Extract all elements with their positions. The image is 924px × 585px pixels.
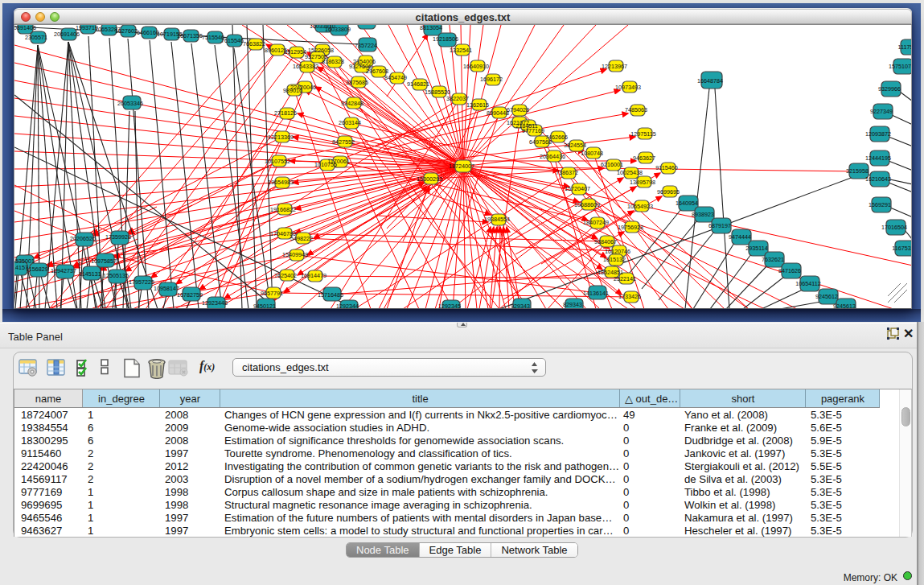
svg-text:10973493: 10973493 xyxy=(615,84,641,91)
svg-text:1167533: 1167533 xyxy=(892,245,912,252)
svg-text:10958147: 10958147 xyxy=(154,285,179,292)
svg-text:2305571: 2305571 xyxy=(25,34,47,41)
svg-text:1527602: 1527602 xyxy=(115,27,138,35)
svg-text:16671355: 16671355 xyxy=(177,32,203,39)
svg-text:7386372: 7386372 xyxy=(556,169,578,176)
svg-text:19654983: 19654983 xyxy=(268,179,294,186)
svg-text:10654112: 10654112 xyxy=(795,280,820,287)
svg-text:9227349: 9227349 xyxy=(870,108,893,115)
svg-text:1569291: 1569291 xyxy=(869,201,891,208)
svg-text:1145131: 1145131 xyxy=(79,270,101,278)
svg-text:16033809: 16033809 xyxy=(325,26,351,33)
svg-text:15751074: 15751074 xyxy=(889,63,912,70)
svg-text:1640954: 1640954 xyxy=(676,200,698,207)
svg-text:6216001: 6216001 xyxy=(601,161,623,168)
svg-text:10688609: 10688609 xyxy=(574,201,600,208)
svg-text:1010755: 1010755 xyxy=(314,161,337,168)
svg-text:9245612: 9245612 xyxy=(815,293,838,300)
svg-text:2718126: 2718126 xyxy=(274,109,297,117)
svg-text:1332541: 1332541 xyxy=(450,47,472,54)
svg-text:8454749: 8454749 xyxy=(384,74,407,81)
svg-text:16210643: 16210643 xyxy=(865,175,891,183)
svg-text:1292344: 1292344 xyxy=(336,303,359,309)
svg-text:16640910: 16640910 xyxy=(463,63,489,70)
svg-text:9657791: 9657791 xyxy=(261,290,283,297)
svg-text:12505135: 12505135 xyxy=(103,272,129,279)
svg-text:7663822: 7663822 xyxy=(243,40,265,47)
svg-text:20891406: 20891406 xyxy=(14,25,36,31)
svg-text:8813055: 8813055 xyxy=(354,25,376,27)
svg-text:13495798: 13495798 xyxy=(630,179,655,186)
svg-text:9146821: 9146821 xyxy=(407,80,429,88)
svg-text:12444195: 12444195 xyxy=(865,154,891,162)
svg-text:16914479: 16914479 xyxy=(301,272,326,279)
svg-text:17016504: 17016504 xyxy=(881,224,907,231)
svg-text:16648784: 16648784 xyxy=(697,77,723,84)
svg-text:12942737: 12942737 xyxy=(51,267,76,274)
svg-text:15300293: 15300293 xyxy=(417,175,442,183)
svg-text:3215958: 3215958 xyxy=(846,167,869,175)
svg-text:2522141: 2522141 xyxy=(614,275,636,282)
svg-text:8990448: 8990448 xyxy=(487,109,509,117)
svg-text:9384067: 9384067 xyxy=(594,238,617,245)
svg-text:12213967: 12213967 xyxy=(602,63,627,70)
svg-text:6794028: 6794028 xyxy=(507,106,529,113)
svg-text:16120746: 16120746 xyxy=(605,248,630,255)
svg-text:10025438: 10025438 xyxy=(617,169,643,176)
svg-text:12923448: 12923448 xyxy=(202,299,228,307)
svg-text:19384554: 19384554 xyxy=(484,216,510,223)
svg-text:9699695: 9699695 xyxy=(657,188,680,196)
svg-text:9115460: 9115460 xyxy=(655,164,677,171)
svg-text:1733426: 1733426 xyxy=(618,293,641,300)
svg-text:2603144: 2603144 xyxy=(339,119,361,126)
svg-text:9245613: 9245613 xyxy=(833,303,856,309)
svg-text:7625402: 7625402 xyxy=(274,272,297,279)
svg-text:7615546: 7615546 xyxy=(221,37,244,44)
svg-text:16782759: 16782759 xyxy=(177,291,203,299)
svg-text:17359928: 17359928 xyxy=(105,233,131,241)
svg-text:9474444: 9474444 xyxy=(729,233,751,241)
svg-text:1615132: 1615132 xyxy=(603,256,626,263)
svg-text:18724007: 18724007 xyxy=(449,163,474,170)
svg-text:929343: 929343 xyxy=(511,303,530,309)
svg-text:9242848: 9242848 xyxy=(341,100,363,107)
svg-text:7462666: 7462666 xyxy=(545,134,568,141)
svg-text:3822037: 3822037 xyxy=(446,95,469,102)
svg-text:8912954: 8912954 xyxy=(284,48,306,56)
svg-text:9463627: 9463627 xyxy=(633,154,655,162)
svg-text:8427552: 8427552 xyxy=(332,138,355,146)
svg-text:15720407: 15720407 xyxy=(565,185,590,192)
svg-text:1117530: 1117530 xyxy=(898,43,912,51)
svg-text:20206526: 20206526 xyxy=(70,235,96,242)
svg-text:14136141: 14136141 xyxy=(583,290,609,297)
svg-text:2935114: 2935114 xyxy=(745,245,767,252)
svg-text:15716485: 15716485 xyxy=(318,291,343,299)
svg-text:1696172: 1696172 xyxy=(480,76,503,83)
svg-text:1362615: 1362615 xyxy=(466,101,489,109)
svg-text:20691406: 20691406 xyxy=(54,31,80,38)
svg-text:7485063: 7485063 xyxy=(625,106,647,113)
svg-text:1156829: 1156829 xyxy=(26,266,47,273)
svg-text:3875685: 3875685 xyxy=(346,79,368,86)
svg-text:12093872: 12093872 xyxy=(865,130,891,138)
svg-text:8471626: 8471626 xyxy=(778,267,801,274)
svg-text:7357224: 7357224 xyxy=(355,42,377,49)
svg-text:989016: 989016 xyxy=(283,87,302,94)
svg-text:12213369: 12213369 xyxy=(268,134,294,141)
svg-text:9450121: 9450121 xyxy=(253,303,276,309)
svg-text:8813054: 8813054 xyxy=(420,25,442,31)
svg-text:1292345: 1292345 xyxy=(438,303,461,309)
svg-text:15409948: 15409948 xyxy=(282,251,308,258)
svg-text:2154006: 2154006 xyxy=(353,58,376,65)
svg-text:10654923: 10654923 xyxy=(627,203,653,210)
svg-text:20364436: 20364436 xyxy=(540,153,565,160)
svg-text:8938923: 8938923 xyxy=(692,211,714,218)
svg-text:7632621: 7632621 xyxy=(762,256,784,263)
svg-text:9777169: 9777169 xyxy=(522,127,544,134)
svg-text:18407249: 18407249 xyxy=(583,219,609,226)
svg-text:6879197: 6879197 xyxy=(708,222,731,229)
svg-text:10107552: 10107552 xyxy=(265,158,290,165)
svg-text:19756928: 19756928 xyxy=(618,224,643,231)
svg-text:16543382: 16543382 xyxy=(293,63,318,70)
svg-text:9329966: 9329966 xyxy=(878,85,901,93)
